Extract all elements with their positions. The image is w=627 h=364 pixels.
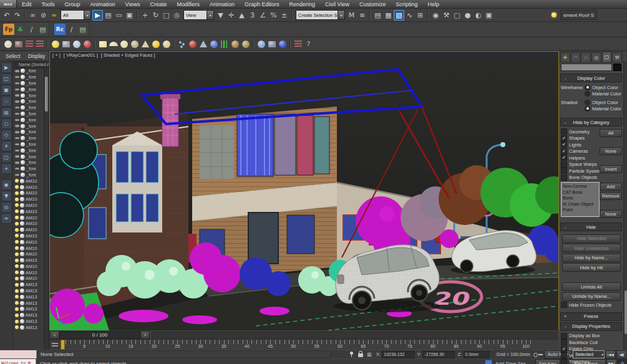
railclone-tools-icon[interactable]: / [66,24,77,35]
add-button[interactable]: Add [600,183,622,191]
rectangular-selection-region-button[interactable]: ▭ [114,10,124,21]
vray-sphere-fade-button[interactable] [256,39,266,49]
explorer-row[interactable]: AM13 [13,288,44,294]
display-properties-rollout[interactable]: -Display Properties [560,322,622,331]
radio-shaded-material-color[interactable]: Material Color [585,105,621,112]
menu-animation-2[interactable]: Animation [205,0,240,8]
menu-scripting[interactable]: Scripting [391,0,422,8]
named-selection-sets-dropdown[interactable]: Create Selection Se▾ [296,10,345,20]
menu-modifiers[interactable]: Modifiers [172,0,205,8]
viewport-camera-menu[interactable]: [ VRayCam001 ] [64,52,98,58]
z-coordinate-field[interactable]: 0.0mm [464,351,490,358]
mirror-button[interactable]: M [346,10,357,21]
explorer-row[interactable]: AM13 [13,300,44,306]
utilities-tab[interactable]: ⚒ [612,52,622,62]
category-exclusion-list[interactable]: Non-CoronaCAT BoneBoneIK Chain ObjectPoi… [561,182,600,217]
selection-lock-icon[interactable] [356,351,365,358]
select-and-move-button[interactable]: + [140,10,150,21]
track-bar-ruler[interactable]: 5101520253035404550556065707580859095100 [61,340,559,350]
explorer-row[interactable]: _fore [13,160,44,166]
invert-button[interactable]: Invert [600,165,622,173]
explorer-row[interactable]: AM10 [13,245,44,251]
explorer-row[interactable]: _fore [13,166,44,172]
material-editor-button[interactable]: ◉ [430,10,441,21]
menu-rendering[interactable]: Rendering [284,0,321,8]
vray-color-button[interactable] [277,39,288,49]
forest-tools-icon[interactable]: / [26,24,37,35]
vray-proxy-button[interactable] [187,39,198,49]
explorer-row[interactable]: _fore [13,68,44,74]
vray-dome-light-button[interactable] [108,39,119,49]
select-object-button[interactable]: ▶ [92,10,103,21]
explorer-scrollbar[interactable] [44,68,49,350]
hide-rollout[interactable]: -Hide [560,223,622,231]
explorer-row[interactable]: _fore [13,129,44,135]
menu-create[interactable]: Create [145,0,172,8]
vray-stereo-button[interactable] [82,39,92,49]
vray-fur-button[interactable] [230,39,240,49]
select-and-link-button[interactable]: ∞ [27,10,38,21]
explorer-row[interactable]: _fore [13,92,44,98]
explorer-row[interactable]: AM10 [13,221,44,227]
window-crossing-button[interactable]: ▣ [124,10,135,21]
layer-manager-button[interactable]: ▤ [372,10,383,21]
checkbox-particle-systems[interactable]: Particle Systems [561,168,600,175]
list-item[interactable]: Bone [563,195,598,201]
time-slider-track[interactable] [152,332,557,338]
explorer-lock-icon[interactable]: ▣ [1,85,12,95]
vray-help-button[interactable]: ? [303,39,314,49]
object-color-swatch[interactable] [613,64,621,71]
explorer-row[interactable]: AM13 [13,294,44,300]
vray-grass-button[interactable] [219,39,230,49]
explorer-row[interactable]: _fore [13,74,44,80]
viewport-shading-menu[interactable]: [ Shaded + Edged Faces ] [101,52,155,58]
render-iterative-button[interactable]: ◐ [473,10,484,21]
explorer-hierarchy-icon[interactable]: ∴ [1,96,12,107]
unlink-selection-button[interactable]: ⊘ [38,10,49,21]
explorer-row[interactable]: AM10 [13,178,44,184]
explorer-row[interactable]: AM10 [13,239,44,245]
explorer-row[interactable]: _fore [13,111,44,117]
vray-docs-button[interactable] [293,39,303,49]
explorer-row[interactable]: AM10 [13,208,44,214]
select-place-button[interactable]: ▲ [236,10,247,21]
vray-clipper-button[interactable] [240,39,251,49]
explorer-lights-icon[interactable]: ☀ [1,141,12,151]
explorer-row[interactable]: AM13 [13,324,44,330]
explorer-row[interactable]: AM13 [13,318,44,325]
railclone-list-icon[interactable]: ▤ [77,24,88,35]
transform-gizmo-icon[interactable]: ⊞ [365,351,374,358]
radio-shaded-object-color[interactable]: Object Color [585,99,621,105]
scene-explorer-toggle-button[interactable]: ▧ [394,10,404,21]
command-panel-scrollbar[interactable] [623,61,627,350]
vray-fur-gear-button[interactable] [208,39,219,49]
hide-by-category-rollout[interactable]: -Hide by Category [560,118,622,127]
explorer-shapes-icon[interactable]: ◇ [1,130,12,140]
explorer-row[interactable]: AM10 [13,269,44,275]
maxscript-mini-listener[interactable]: Welcome to M [0,359,36,364]
forest-list-icon[interactable]: ▤ [37,24,48,35]
vray-scene-list-button[interactable] [34,39,45,49]
vray-ambient-light-button[interactable] [161,39,172,49]
explorer-geometry-icon[interactable]: ○ [1,118,12,129]
vray-plane-light-button[interactable] [97,39,108,49]
checkbox-lights[interactable]: ✓Lights [561,141,600,148]
viewport[interactable]: 20 20 [49,51,559,330]
spinner-snap-button[interactable]: ± [279,10,289,21]
explorer-row[interactable]: _fore [13,105,44,111]
menu-civil-view[interactable]: Civil View [320,0,354,8]
manipulate-button[interactable]: ✛ [226,10,236,21]
explorer-row[interactable]: AM13 [13,306,44,312]
explorer-row[interactable]: AM10 [13,190,44,196]
menu-edit[interactable]: Edit [17,0,37,8]
explorer-select-icon[interactable]: ▶ [1,62,12,73]
menu-views[interactable]: Views [120,0,145,8]
vray-scatter-button[interactable] [177,39,187,49]
menu-animation[interactable]: Animation [85,0,120,8]
previous-frame-arrow[interactable]: < [50,331,59,339]
explorer-row[interactable]: AM13 [13,282,44,288]
explorer-scrollbar-thumb[interactable] [45,77,48,112]
max-logo-button[interactable]: MAX [0,0,17,8]
explorer-filter-icon[interactable]: ▼ [1,191,12,201]
vray-mesh-light-button[interactable] [129,39,140,49]
